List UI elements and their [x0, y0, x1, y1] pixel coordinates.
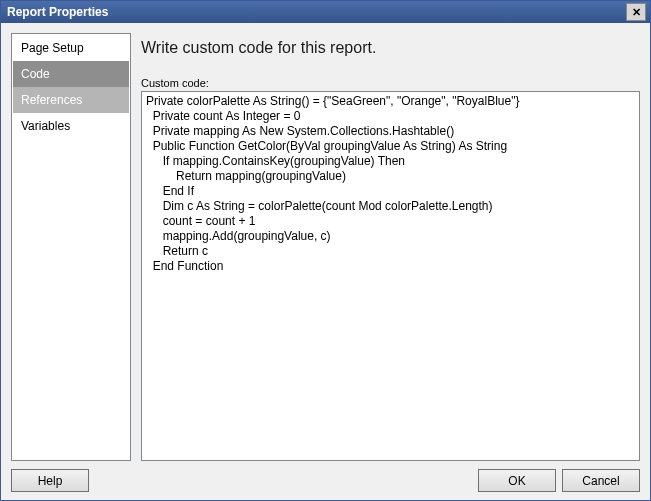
sidebar-item-variables[interactable]: Variables [13, 113, 129, 139]
button-row: Help OK Cancel [11, 461, 640, 492]
sidebar-item-references[interactable]: References [13, 87, 129, 113]
content-row: Page Setup Code References Variables Wri… [11, 33, 640, 461]
ok-button[interactable]: OK [478, 469, 556, 492]
spacer [95, 469, 472, 492]
dialog-window: Report Properties ✕ Page Setup Code Refe… [0, 0, 651, 501]
help-button[interactable]: Help [11, 469, 89, 492]
custom-code-textarea[interactable] [141, 91, 640, 461]
close-button[interactable]: ✕ [626, 3, 646, 21]
sidebar-item-label: References [21, 93, 82, 107]
sidebar: Page Setup Code References Variables [11, 33, 131, 461]
window-title: Report Properties [5, 5, 626, 19]
sidebar-item-label: Code [21, 67, 50, 81]
titlebar: Report Properties ✕ [1, 1, 650, 23]
sidebar-item-label: Page Setup [21, 41, 84, 55]
sidebar-item-page-setup[interactable]: Page Setup [13, 35, 129, 61]
main-panel: Write custom code for this report. Custo… [141, 33, 640, 461]
cancel-button[interactable]: Cancel [562, 469, 640, 492]
sidebar-item-label: Variables [21, 119, 70, 133]
code-label: Custom code: [141, 77, 640, 89]
dialog-body: Page Setup Code References Variables Wri… [1, 23, 650, 500]
page-heading: Write custom code for this report. [141, 39, 640, 57]
close-icon: ✕ [632, 6, 641, 19]
button-label: OK [508, 474, 525, 488]
sidebar-item-code[interactable]: Code [13, 61, 129, 87]
button-label: Help [38, 474, 63, 488]
button-label: Cancel [582, 474, 619, 488]
